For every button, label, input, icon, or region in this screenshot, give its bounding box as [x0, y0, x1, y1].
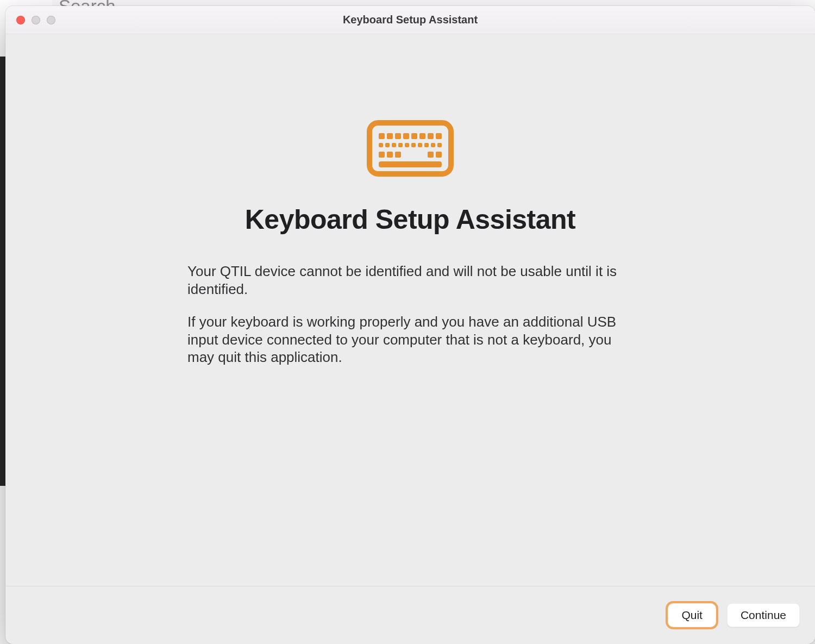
svg-rect-2 — [387, 133, 393, 139]
svg-rect-13 — [405, 143, 409, 147]
svg-rect-11 — [392, 143, 396, 147]
window-footer: Quit Continue — [5, 586, 815, 644]
svg-rect-12 — [398, 143, 403, 147]
svg-rect-7 — [428, 133, 434, 139]
svg-rect-22 — [428, 152, 434, 158]
svg-rect-3 — [395, 133, 401, 139]
background-left-strip — [0, 57, 5, 486]
traffic-lights — [5, 16, 55, 24]
keyboard-icon — [367, 120, 454, 177]
window-title: Keyboard Setup Assistant — [5, 14, 815, 26]
window-close-button[interactable] — [16, 16, 25, 24]
window-content: Keyboard Setup Assistant Your QTIL devic… — [5, 34, 815, 586]
body-paragraph-1: Your QTIL device cannot be identified an… — [187, 262, 633, 298]
window-titlebar: Keyboard Setup Assistant — [5, 6, 815, 34]
svg-rect-8 — [436, 133, 442, 139]
svg-rect-21 — [395, 152, 401, 158]
body-text: Your QTIL device cannot be identified an… — [187, 262, 633, 366]
keyboard-setup-assistant-window: Keyboard Setup Assistant — [5, 6, 815, 644]
svg-rect-10 — [385, 143, 390, 147]
svg-rect-16 — [424, 143, 429, 147]
svg-rect-14 — [411, 143, 416, 147]
svg-rect-20 — [387, 152, 393, 158]
svg-rect-5 — [411, 133, 417, 139]
svg-rect-15 — [418, 143, 422, 147]
svg-rect-24 — [379, 161, 442, 167]
svg-rect-4 — [403, 133, 409, 139]
quit-button[interactable]: Quit — [668, 603, 716, 627]
svg-rect-9 — [379, 143, 383, 147]
continue-button[interactable]: Continue — [727, 603, 800, 627]
svg-rect-18 — [437, 143, 442, 147]
body-paragraph-2: If your keyboard is working properly and… — [187, 313, 633, 366]
svg-rect-19 — [379, 152, 385, 158]
window-minimize-button — [32, 16, 40, 24]
window-maximize-button — [47, 16, 55, 24]
svg-rect-6 — [419, 133, 425, 139]
svg-rect-23 — [436, 152, 442, 158]
page-heading: Keyboard Setup Assistant — [245, 204, 576, 235]
svg-rect-1 — [379, 133, 385, 139]
svg-rect-17 — [431, 143, 435, 147]
